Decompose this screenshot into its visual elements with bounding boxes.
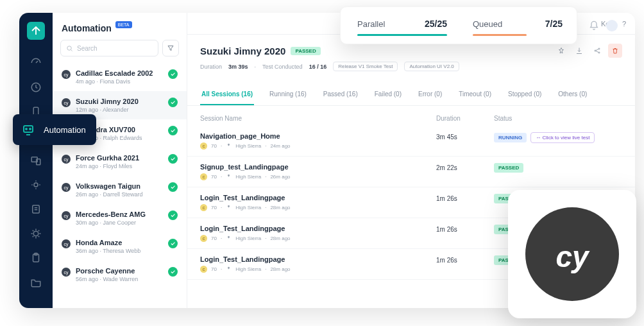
visual-icon[interactable] xyxy=(24,173,47,196)
status-badge: PASSED xyxy=(291,47,320,55)
session-row[interactable]: Navigation_page_Homec70·High Sierra·24m … xyxy=(187,126,635,157)
page-title: Automation xyxy=(62,23,112,33)
tab[interactable]: Others (0) xyxy=(557,84,588,105)
session-meta: c70·High Sierra·28m ago xyxy=(200,266,436,273)
pass-icon xyxy=(168,239,178,248)
delete-button[interactable] xyxy=(608,44,622,58)
test-name: Mercedes-Benz AMG xyxy=(76,210,163,218)
session-row[interactable]: Signup_test_Landingpagec70·High Sierra·2… xyxy=(187,157,635,187)
svg-point-21 xyxy=(30,128,31,130)
dashboard-icon[interactable] xyxy=(24,51,47,74)
svg-point-15 xyxy=(67,46,71,49)
svg-point-8 xyxy=(34,183,38,187)
tab[interactable]: All Sessions (16) xyxy=(200,84,254,105)
test-list: cyCadillac Escalade 20024m ago · Fiona D… xyxy=(53,63,187,308)
folder-icon[interactable] xyxy=(24,271,47,294)
browser-icon: cy xyxy=(62,211,71,220)
tabs: All Sessions (16)Running (16)Passed (16)… xyxy=(187,84,635,106)
avatar[interactable] xyxy=(606,20,618,31)
tab[interactable]: Error (0) xyxy=(417,84,443,105)
test-item[interactable]: cyPorsche Cayenne56m ago · Wade Warren xyxy=(53,261,187,289)
session-duration: 1m 26s xyxy=(436,255,494,264)
session-name: Login_Test_Landingpage xyxy=(200,194,436,202)
share-button[interactable] xyxy=(590,44,604,58)
test-meta: 30m ago · Jane Cooper xyxy=(76,219,163,226)
parallel-value: 25/25 xyxy=(425,19,447,29)
svg-point-12 xyxy=(33,231,38,236)
session-duration: 3m 45s xyxy=(436,132,494,141)
col-session-name: Session Name xyxy=(200,115,436,122)
test-name: Force Gurkha 2021 xyxy=(76,154,163,162)
tab[interactable]: Passed (16) xyxy=(322,84,359,105)
test-item[interactable]: cyCadillac Escalade 20024m ago · Fiona D… xyxy=(53,63,187,91)
bell-icon[interactable] xyxy=(588,20,600,31)
bug-icon[interactable] xyxy=(24,222,47,245)
queued-value: 7/25 xyxy=(545,19,563,29)
pass-icon xyxy=(168,98,178,107)
browser-icon: cy xyxy=(62,155,71,164)
cypress-card: cy xyxy=(508,190,636,318)
clipboard-icon[interactable] xyxy=(24,246,47,270)
test-meta: 56m ago · Wade Warren xyxy=(76,276,163,282)
tab[interactable]: Stopped (0) xyxy=(507,84,543,105)
tab[interactable]: Failed (0) xyxy=(373,84,403,105)
help-button[interactable]: ? xyxy=(622,20,626,28)
browser-icon: cy xyxy=(62,239,71,248)
tag-chip[interactable]: Release V1 Smoke Test xyxy=(333,62,398,71)
queue-overlay: Parallel 25/25 Queued 7/25 xyxy=(340,6,577,44)
test-meta: 26m ago · Darrell Steward xyxy=(76,191,163,198)
docs-icon[interactable] xyxy=(24,198,47,221)
nav-tooltip: Automation xyxy=(13,114,96,145)
test-name: Honda Amaze xyxy=(76,239,163,246)
duration-label: Duration xyxy=(200,64,222,70)
col-status: Status xyxy=(494,115,622,122)
test-name: Suzuki Jimny 2020 xyxy=(76,98,163,105)
parallel-bar xyxy=(357,34,447,36)
test-item[interactable]: cyVolkswagen Taigun26m ago · Darrell Ste… xyxy=(53,176,187,204)
queued-label: Queued xyxy=(473,19,502,29)
browser-icon: cy xyxy=(62,268,71,277)
tests-value: 16 / 16 xyxy=(309,64,327,70)
svg-point-17 xyxy=(598,48,600,49)
test-meta: 12m ago · Alexander xyxy=(76,107,163,113)
test-name: Cadillac Escalade 2002 xyxy=(76,69,163,77)
download-button[interactable] xyxy=(572,44,586,58)
parallel-label: Parallel xyxy=(357,19,385,29)
svg-point-18 xyxy=(598,52,600,53)
pass-icon xyxy=(168,154,178,164)
queued-bar xyxy=(473,34,527,36)
tab[interactable]: Running (16) xyxy=(268,84,308,105)
svg-point-16 xyxy=(595,50,596,51)
robot-icon xyxy=(19,121,37,139)
browser-icon: cy xyxy=(62,98,71,107)
test-item[interactable]: cyForce Gurkha 202124m ago · Floyd Miles xyxy=(53,148,187,176)
session-name: Signup_test_Landingpage xyxy=(200,163,436,171)
session-name: Login_Test_Landingpage xyxy=(200,225,436,232)
left-panel: Automation BETA Search cyCadillac Escala… xyxy=(53,13,187,308)
pin-button[interactable] xyxy=(554,44,568,58)
clock-icon[interactable] xyxy=(24,76,47,99)
pass-icon xyxy=(168,69,178,79)
duration-value: 3m 39s xyxy=(228,64,248,70)
tag-chip[interactable]: Automation UI V2.0 xyxy=(404,62,459,71)
tab[interactable]: Timeout (0) xyxy=(457,84,493,105)
test-item[interactable]: cyHonda Amaze36m ago · Theresa Webb xyxy=(53,232,187,261)
cypress-logo: cy xyxy=(525,207,619,301)
tooltip-label: Automation xyxy=(44,125,86,135)
session-name: Navigation_page_Home xyxy=(200,132,436,140)
test-meta: 24m ago · Floyd Miles xyxy=(76,163,163,169)
session-meta: c70·High Sierra·28m ago xyxy=(200,235,436,242)
pass-icon xyxy=(168,267,178,277)
browser-icon: cy xyxy=(62,70,71,79)
search-placeholder: Search xyxy=(77,45,97,52)
live-test-button[interactable]: ↔ Click to view live test xyxy=(530,132,595,143)
responsive-icon[interactable] xyxy=(24,149,47,172)
beta-badge: BETA xyxy=(115,21,132,28)
col-duration: Duration xyxy=(436,115,494,122)
test-item[interactable]: cyMercedes-Benz AMG30m ago · Jane Cooper xyxy=(53,204,187,232)
brand-logo[interactable] xyxy=(27,22,45,40)
filter-button[interactable] xyxy=(162,40,179,56)
search-input[interactable]: Search xyxy=(60,40,158,56)
status-running: RUNNING xyxy=(494,133,527,142)
test-name: Volkswagen Taigun xyxy=(76,182,163,190)
